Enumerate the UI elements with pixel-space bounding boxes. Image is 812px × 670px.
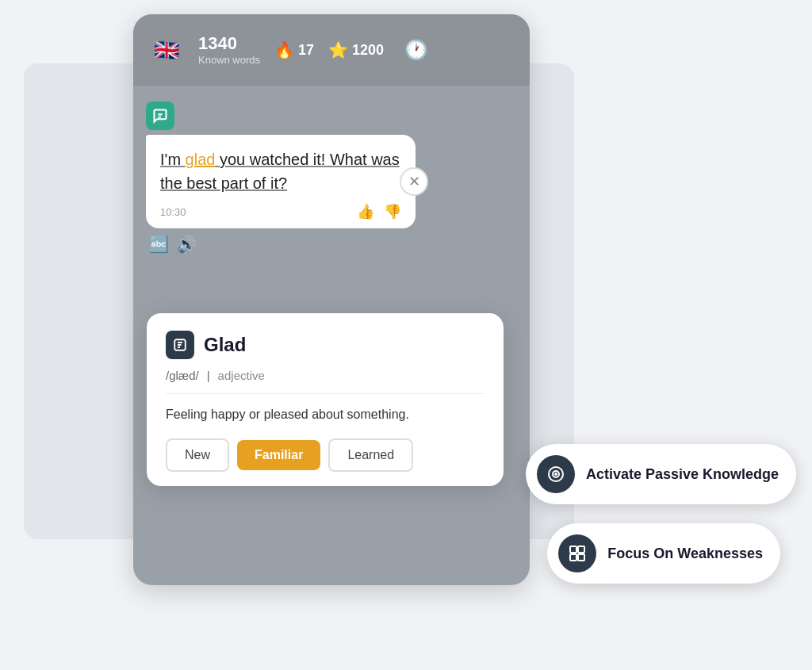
phone-frame: 🇬🇧 1340 Known words 🔥 17 ⭐ 1200 🕐 I'm gl [133, 14, 530, 585]
passive-knowledge-label: Activate Passive Knowledge [586, 466, 779, 483]
sound-icon[interactable]: 🔊 [177, 235, 197, 254]
dict-phonetic-row: /glæd/ | adjective [166, 369, 485, 394]
dict-definition: Feeling happy or pleased about something… [166, 405, 485, 424]
chat-area: I'm glad you watched it! What was the be… [133, 86, 530, 276]
language-flag: 🇬🇧 [149, 33, 184, 67]
btn-learned[interactable]: Learned [328, 438, 413, 472]
ai-icon [146, 101, 174, 130]
message-text: I'm glad you watched it! What was the be… [160, 147, 401, 195]
passive-knowledge-icon [537, 455, 575, 493]
dict-logo-icon [166, 331, 194, 359]
translate-icon[interactable]: 🔤 [149, 235, 169, 254]
dict-word: Glad [204, 334, 246, 356]
svg-rect-8 [570, 554, 576, 561]
message-actions: 👍 👎 [357, 203, 401, 220]
streak-stat: 🔥 17 [274, 40, 314, 59]
known-label: Known words [198, 54, 260, 66]
dict-phonetic: /glæd/ [166, 369, 199, 382]
history-icon[interactable]: 🕐 [404, 39, 428, 61]
thumbup-icon[interactable]: 👍 [357, 203, 374, 220]
dict-separator: | [207, 369, 210, 382]
star-icon: ⭐ [328, 40, 348, 59]
streak-count: 17 [298, 42, 314, 59]
message-time: 10:30 [160, 206, 186, 218]
focus-on-weaknesses-button[interactable]: Focus On Weaknesses [547, 523, 780, 584]
btn-familiar[interactable]: Familiar [237, 440, 320, 470]
translate-row: 🔤 🔊 [146, 228, 517, 260]
stars-stat: ⭐ 1200 [328, 40, 384, 59]
weaknesses-icon [558, 534, 596, 572]
fire-icon: 🔥 [274, 40, 294, 59]
activate-passive-knowledge-button[interactable]: Activate Passive Knowledge [526, 444, 796, 504]
msg-part-1: I'm [160, 151, 186, 168]
thumbdown-icon[interactable]: 👎 [384, 203, 401, 220]
known-count: 1340 [198, 34, 260, 53]
svg-rect-7 [578, 546, 584, 553]
dictionary-card: Glad /glæd/ | adjective Feeling happy or… [147, 313, 504, 486]
stars-count: 1200 [352, 42, 384, 59]
weaknesses-label: Focus On Weaknesses [607, 546, 763, 562]
word-status-buttons: New Familiar Learned [166, 438, 485, 472]
shadow-panel-left [24, 63, 151, 539]
message-meta: 10:30 👍 👎 [160, 203, 401, 220]
word-glad[interactable]: glad [186, 151, 216, 168]
svg-rect-6 [570, 546, 576, 553]
close-button[interactable]: ✕ [400, 167, 428, 196]
svg-point-5 [555, 473, 557, 475]
message-bubble: I'm glad you watched it! What was the be… [146, 135, 416, 228]
svg-rect-9 [578, 554, 584, 561]
dict-pos: adjective [218, 369, 265, 382]
btn-new[interactable]: New [166, 438, 229, 472]
dict-header: Glad [166, 331, 485, 359]
known-words-block: 1340 Known words [198, 34, 260, 65]
app-header: 🇬🇧 1340 Known words 🔥 17 ⭐ 1200 🕐 [133, 14, 530, 86]
